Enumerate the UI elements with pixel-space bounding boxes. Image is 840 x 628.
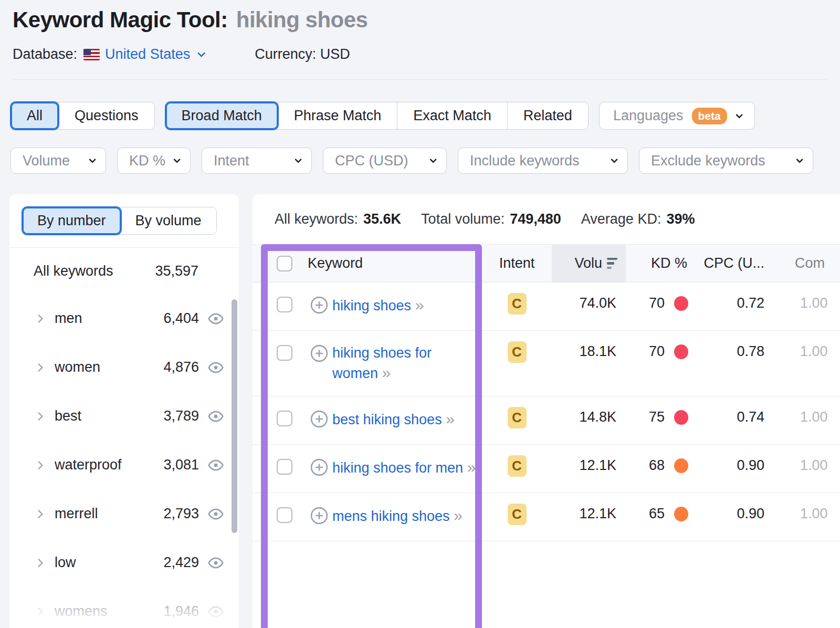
column-header-volume[interactable]: Volu (552, 245, 626, 282)
add-keyword-button[interactable] (310, 410, 328, 432)
group-count: 3,789 (163, 408, 199, 424)
keyword-group-item[interactable]: waterproof 3,081 (9, 441, 239, 489)
sort-toggle[interactable]: By volume (121, 207, 216, 234)
stat-total-volume-label: Total volume: (421, 211, 505, 227)
eye-icon[interactable] (207, 554, 224, 571)
keyword-link[interactable]: mens hiking shoes (332, 508, 450, 524)
eye-icon[interactable] (207, 310, 224, 327)
filter-dropdown[interactable]: Exclude keywords (639, 148, 813, 174)
group-label: women (55, 359, 100, 375)
column-header-cpc[interactable]: CPC (U... (691, 245, 768, 282)
eye-icon[interactable] (207, 457, 224, 474)
chevron-right-icon[interactable] (35, 460, 44, 469)
filter-dropdown[interactable]: Include keywords (458, 148, 628, 174)
keyword-group-item[interactable]: women 4,876 (9, 343, 239, 392)
add-keyword-button[interactable] (310, 458, 328, 480)
sort-descending-icon (607, 258, 617, 269)
match-type-tab[interactable]: Exact Match (397, 102, 507, 129)
keyword-group-item[interactable]: best 3,789 (9, 392, 239, 441)
column-header-competition[interactable]: Com (768, 245, 840, 282)
filter-dropdown[interactable]: Volume (10, 148, 106, 174)
match-type-tab[interactable]: Questions (58, 102, 154, 129)
toggle-label: By volume (135, 213, 202, 228)
match-type-tab[interactable]: Related (507, 102, 588, 129)
select-all-checkbox[interactable] (277, 256, 292, 271)
database-label: Database: (13, 46, 77, 62)
row-checkbox[interactable] (277, 345, 292, 361)
table-header-row: Keyword Intent Volu KD % CPC (U... Com (253, 244, 840, 282)
keyword-link[interactable]: hiking shoes for men (332, 460, 463, 476)
sidebar-item-all-keywords[interactable]: All keywords 35,597 (9, 248, 239, 294)
chevron-right-icon[interactable] (35, 607, 44, 616)
add-keyword-button[interactable] (310, 296, 328, 318)
row-checkbox[interactable] (277, 459, 292, 475)
add-keyword-button[interactable] (310, 507, 328, 528)
match-type-tab[interactable]: Phrase Match (278, 102, 397, 129)
chevron-right-icon[interactable] (35, 509, 44, 518)
filter-dropdown[interactable]: CPC (USD) (323, 148, 447, 174)
intent-badge-commercial: C (508, 293, 527, 315)
kd-value: 65 (649, 506, 665, 522)
chevron-right-icon[interactable] (35, 363, 44, 372)
all-questions-tab-group: All Questions (10, 102, 155, 130)
add-keyword-button[interactable] (310, 344, 328, 366)
expand-keyword-icon[interactable]: » (382, 364, 390, 381)
table-row: hiking shoes for women » C 18.1K 70 0.78… (253, 331, 840, 396)
currency-label: Currency: USD (255, 46, 350, 62)
row-checkbox[interactable] (277, 297, 292, 312)
filter-label: Include keywords (470, 153, 580, 169)
cpc-value: 0.90 (691, 493, 768, 541)
keyword-group-item[interactable]: low 2,429 (9, 538, 239, 587)
keyword-group-item[interactable]: merrell 2,793 (9, 489, 239, 538)
sort-toggle[interactable]: By number (23, 207, 121, 234)
group-label: waterproof (55, 457, 122, 473)
row-checkbox[interactable] (277, 411, 292, 426)
filter-dropdown[interactable]: Intent (202, 148, 312, 174)
eye-icon[interactable] (207, 603, 224, 620)
chevron-right-icon[interactable] (35, 558, 44, 567)
keyword-group-item[interactable]: men 6,404 (9, 294, 239, 343)
column-header-keyword: Keyword (308, 255, 363, 271)
database-selector[interactable]: United States (105, 46, 203, 62)
stat-average-kd-label: Average KD: (581, 211, 662, 227)
match-type-tab[interactable]: Broad Match (166, 102, 278, 129)
group-count: 1,946 (163, 603, 199, 620)
tab-label: Related (523, 108, 572, 124)
match-type-tab[interactable]: All (11, 102, 58, 129)
chevron-right-icon[interactable] (35, 314, 44, 323)
expand-keyword-icon[interactable]: » (454, 507, 461, 524)
header-divider (13, 79, 827, 80)
filter-label: Exclude keywords (651, 153, 765, 169)
table-body: hiking shoes » C 74.0K 70 0.72 1.00 (253, 282, 840, 541)
chevron-down-icon (197, 49, 206, 58)
group-label: men (55, 310, 82, 327)
keyword-link[interactable]: best hiking shoes (332, 412, 442, 427)
expand-keyword-icon[interactable]: » (446, 410, 454, 427)
chevron-right-icon[interactable] (35, 412, 44, 421)
chevron-down-icon (295, 156, 302, 163)
sort-toggle-group: By number By volume (22, 207, 217, 235)
eye-icon[interactable] (207, 408, 224, 425)
row-checkbox[interactable] (277, 507, 292, 523)
keyword-link[interactable]: hiking shoes (332, 298, 411, 313)
beta-badge: beta (692, 108, 727, 124)
kd-value: 68 (649, 457, 665, 474)
expand-keyword-icon[interactable]: » (467, 458, 475, 476)
sidebar-scrollbar[interactable] (232, 299, 237, 533)
keyword-group-list: men 6,404 women 4,876 (9, 294, 239, 628)
expand-keyword-icon[interactable]: » (415, 296, 423, 313)
eye-icon[interactable] (207, 506, 224, 522)
filter-dropdown[interactable]: KD % (117, 148, 191, 174)
us-flag-icon (83, 49, 100, 60)
eye-icon[interactable] (207, 359, 224, 376)
all-keywords-count: 35,597 (155, 263, 198, 279)
group-count: 6,404 (163, 310, 199, 327)
kd-difficulty-dot (674, 296, 688, 311)
filter-label: Intent (214, 153, 249, 169)
column-header-intent[interactable]: Intent (482, 245, 552, 282)
tab-label: Questions (75, 108, 139, 124)
keyword-group-item[interactable]: womens 1,946 (9, 587, 239, 628)
column-header-kd[interactable]: KD % (626, 245, 691, 282)
cpc-value: 0.74 (691, 396, 768, 444)
languages-dropdown[interactable]: Languages beta (599, 102, 755, 130)
